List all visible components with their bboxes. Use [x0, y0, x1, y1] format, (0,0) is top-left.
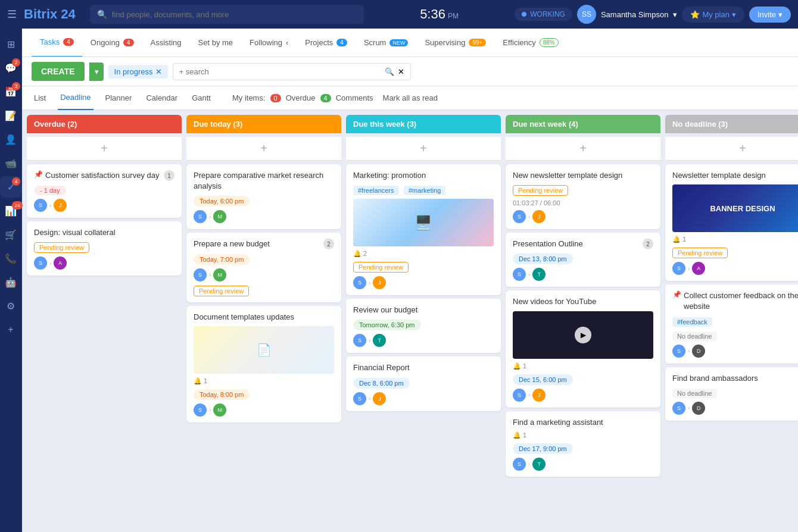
table-row[interactable]: Presentation Outline 2 Dec 13, 8:00 pm S…: [506, 233, 660, 287]
avatar: A: [54, 256, 67, 270]
search-filter-input[interactable]: [179, 67, 381, 76]
avatar: S: [353, 334, 366, 347]
hamburger-icon[interactable]: ☰: [7, 8, 17, 21]
sidebar-item-chart[interactable]: 📊24: [0, 200, 21, 221]
col-header-label: Due next week (4): [513, 120, 578, 129]
projects-badge: 4: [336, 39, 347, 46]
sidebar-item-tasks[interactable]: ✓4: [0, 176, 21, 198]
ongoing-badge: 4: [123, 39, 134, 46]
sidebar-item-persons[interactable]: 👤: [0, 129, 21, 150]
tab-following[interactable]: Following ‹: [241, 29, 297, 57]
tab-efficiency[interactable]: Efficiency 88%: [494, 29, 566, 57]
view-tab-gantt[interactable]: Gantt: [189, 86, 213, 110]
table-row[interactable]: 📌 Customer satisfaction survey day 1 - 1…: [27, 164, 182, 218]
sidebar-item-settings[interactable]: ⚙: [0, 295, 21, 317]
user-info[interactable]: SS Samantha Simpson ▾: [577, 5, 677, 24]
card-num: 2: [323, 239, 334, 249]
card-num: 1: [164, 170, 174, 181]
sidebar-item-calendar[interactable]: 📅3: [0, 81, 21, 102]
view-tab-deadline[interactable]: Deadline: [58, 86, 93, 110]
filter-chip[interactable]: In progress ✕: [108, 65, 168, 79]
avatar: S: [194, 268, 207, 281]
card-count: 🔔 1: [513, 431, 653, 439]
table-row[interactable]: Find a marketing assistant 🔔 1 Dec 17, 9…: [506, 411, 660, 477]
avatar: SS: [577, 5, 596, 24]
avatar: S: [513, 389, 526, 402]
col-header-overdue: Overdue (2): [27, 115, 182, 133]
sidebar-item-chat[interactable]: 💬2: [0, 57, 21, 79]
tab-setbyme[interactable]: Set by me: [190, 29, 242, 57]
table-row[interactable]: New newsletter template design Pending r…: [506, 164, 660, 229]
tab-projects[interactable]: Projects 4: [297, 29, 356, 57]
table-row[interactable]: Financial Report Dec 8, 6:00 pm S › J: [346, 356, 501, 411]
sidebar-item-grid[interactable]: ⊞: [0, 33, 21, 55]
sidebar-item-video[interactable]: 📹: [0, 152, 21, 174]
col-header-label: Overdue (2): [34, 120, 77, 129]
overdue-tag: - 1 day: [34, 186, 66, 195]
create-dropdown-button[interactable]: ▾: [89, 62, 104, 81]
card-avatars: S › M: [194, 268, 334, 281]
table-row[interactable]: New videos for YouTube ▶ 🔔 1 Dec 15, 6:0…: [506, 290, 660, 407]
table-row[interactable]: Review our budget Tomorrow, 6:30 pm S › …: [346, 299, 501, 353]
card-title: Newsletter template design: [672, 170, 798, 181]
kanban-board: Overdue (2) + 📌 Customer satisfaction su…: [22, 110, 798, 532]
table-row[interactable]: Marketing: promotion #freelancers #marke…: [346, 164, 501, 295]
col-header-no-deadline: No deadline (3): [665, 115, 798, 133]
tab-projects-label: Projects: [305, 38, 333, 47]
table-row[interactable]: Find brand ambassadors No deadline S › D: [665, 367, 798, 421]
tab-supervising-label: Supervising: [425, 38, 465, 47]
search-filter[interactable]: 🔍 ✕: [173, 63, 411, 80]
card-image-doc: 📄: [194, 326, 334, 374]
view-tab-calendar[interactable]: Calendar: [144, 86, 180, 110]
card-date: Tomorrow, 6:30 pm: [353, 320, 421, 330]
comments-badge[interactable]: 4: [320, 94, 331, 102]
sidebar-item-robot[interactable]: 🤖: [0, 271, 21, 293]
table-row[interactable]: Design: visual collateral Pending review…: [27, 221, 182, 276]
filter-close-icon[interactable]: ✕: [155, 67, 162, 76]
avatar: M: [213, 403, 226, 417]
col-add-next-week[interactable]: +: [506, 137, 660, 161]
card-tag-freelancers: #freelancers: [353, 186, 399, 195]
col-add-today[interactable]: +: [186, 137, 341, 161]
sidebar-item-add[interactable]: +: [0, 319, 21, 340]
table-row[interactable]: Newsletter template design BANNER DESIGN…: [665, 164, 798, 281]
view-tab-planner[interactable]: Planner: [103, 86, 135, 110]
col-header-next-week: Due next week (4): [506, 115, 660, 133]
col-add-overdue[interactable]: +: [27, 137, 182, 161]
tab-assisting[interactable]: Assisting: [142, 29, 190, 57]
invite-button[interactable]: Invite ▾: [749, 7, 791, 23]
sidebar-item-notes[interactable]: 📝: [0, 105, 21, 126]
sidebar-item-shop[interactable]: 🛒: [0, 224, 21, 245]
search-bar[interactable]: 🔍: [90, 5, 364, 24]
col-add-no-deadline[interactable]: +: [665, 137, 798, 161]
avatar: D: [692, 402, 705, 415]
table-row[interactable]: Prepare comparative market research anal…: [186, 164, 341, 229]
search-icon: 🔍: [385, 67, 394, 76]
tab-ongoing[interactable]: Ongoing 4: [82, 29, 142, 57]
table-row[interactable]: Document templates updates 📄 🔔 1 Today, …: [186, 306, 341, 423]
overdue-badge[interactable]: 0: [270, 94, 281, 102]
mark-all-button[interactable]: Mark all as read: [383, 93, 438, 102]
card-title: New newsletter template design: [513, 170, 653, 181]
col-add-this-week[interactable]: +: [346, 137, 501, 161]
table-row[interactable]: 📌 Collect customer feedback on the websi…: [665, 284, 798, 363]
card-title: Find brand ambassadors: [672, 373, 798, 384]
time-value: 5:36: [420, 7, 445, 22]
tab-tasks[interactable]: Tasks 4: [32, 29, 82, 57]
pending-review-badge: Pending review: [672, 248, 728, 258]
filter-label: In progress: [114, 67, 153, 76]
card-avatars: S › J: [34, 199, 174, 212]
my-plan-button[interactable]: ⭐ My plan ▾: [682, 7, 744, 23]
search-input[interactable]: [112, 10, 357, 19]
sidebar-item-dial[interactable]: 📞: [0, 248, 21, 269]
table-row[interactable]: Prepare a new budget 2 Today, 7:00 pm S …: [186, 233, 341, 302]
arrow-sep: ›: [528, 461, 530, 467]
create-button[interactable]: CREATE: [32, 62, 85, 81]
close-icon[interactable]: ✕: [398, 67, 404, 76]
view-tab-list[interactable]: List: [32, 86, 48, 110]
avatar: S: [672, 262, 685, 275]
working-badge[interactable]: WORKING: [515, 8, 572, 21]
pin-icon: 📌: [34, 170, 43, 179]
tab-supervising[interactable]: Supervising 99+: [416, 29, 494, 57]
tab-scrum[interactable]: Scrum NEW: [356, 29, 417, 57]
